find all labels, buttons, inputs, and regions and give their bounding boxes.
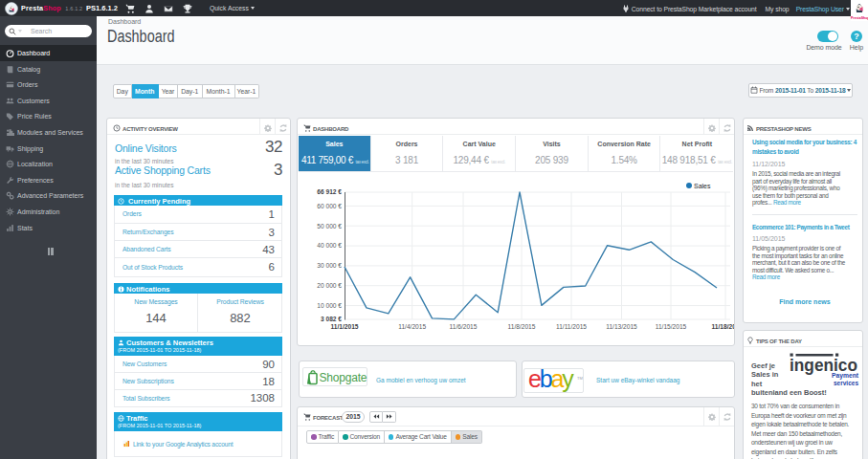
svg-text:50 000 €: 50 000 €: [317, 223, 342, 230]
svg-text:11/13/2015: 11/13/2015: [606, 323, 637, 330]
svg-text:11/1/2015: 11/1/2015: [331, 323, 359, 330]
svg-text:10 000 €: 10 000 €: [317, 302, 342, 309]
svg-text:40 000 €: 40 000 €: [317, 242, 342, 249]
svg-text:11/8/2015: 11/8/2015: [508, 323, 536, 330]
svg-text:66 912 €: 66 912 €: [317, 188, 342, 195]
svg-text:11/11/2015: 11/11/2015: [556, 323, 587, 330]
svg-text:11/18/201: 11/18/201: [712, 323, 734, 330]
svg-text:3 082 €: 3 082 €: [321, 316, 342, 322]
svg-text:60 000 €: 60 000 €: [317, 203, 342, 209]
svg-text:11/15/2015: 11/15/2015: [656, 323, 687, 330]
svg-text:services: services: [834, 379, 858, 387]
svg-text:11/6/2015: 11/6/2015: [450, 323, 478, 330]
svg-text:30 000 €: 30 000 €: [317, 262, 342, 269]
svg-text:20 000 €: 20 000 €: [317, 282, 342, 289]
svg-text:Sales: Sales: [694, 183, 711, 189]
svg-text:11/4/2015: 11/4/2015: [398, 323, 426, 330]
